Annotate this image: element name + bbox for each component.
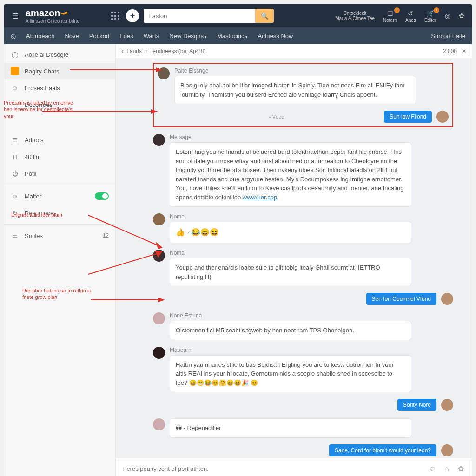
notification-badge: 7 [394, 7, 400, 13]
nav-item-7[interactable]: Actuess Now [258, 33, 293, 40]
message-author: None Estuna [170, 312, 453, 319]
my-avatar [441, 444, 453, 456]
send-button-1[interactable]: Sun low Filond [384, 111, 432, 123]
brand-logo[interactable]: amazon⤻ A limazon Gnteonter bdrte [26, 8, 109, 24]
power-icon: ⏻ [11, 169, 19, 178]
search-icon: 🔍 [261, 13, 269, 20]
avatar [153, 134, 165, 146]
nav-item-4[interactable]: Warts [144, 33, 159, 40]
sidebar-item-smiles[interactable]: ▭Smiles12 [4, 227, 115, 244]
close-icon[interactable]: ✕ [462, 48, 466, 54]
breadcrumb-text: Lauds in Fendneess (bet Ap4!8) [126, 48, 205, 54]
message-text: Estom hag you he fnands of beluered bard… [170, 142, 411, 207]
contact-menu[interactable]: Cntaecleclt Maria & Cimee Tee [335, 11, 375, 21]
message-text: Blas gliely anal.anlibn ifior lmogesilbl… [174, 76, 416, 104]
nav-support[interactable]: Surcort Falle [431, 33, 465, 40]
nav-item-6[interactable]: Mastociuc▾ [217, 33, 248, 40]
headset-icon: ◯ [11, 50, 19, 59]
avatar [153, 312, 165, 324]
send-button-2[interactable]: Sen Ion Coumnel Vfond [366, 293, 436, 305]
avatar [153, 347, 165, 359]
avatar [153, 213, 165, 225]
list-icon: ☰ [11, 136, 19, 144]
message-text: 🕶 - Repenadiller [170, 418, 411, 438]
nav-item-2[interactable]: Pockod [89, 33, 109, 40]
user-icon: ☺ [11, 192, 19, 200]
sidebar-item-chats[interactable]: Bagiry Chats [4, 63, 115, 79]
search-input[interactable] [144, 9, 255, 23]
folder-icon: ▭ [11, 231, 19, 240]
brand-tagline: A limazon Gnteonter bdrte [26, 19, 109, 24]
highlighted-message: Palte Eissnge Blas gliely anal.anlibn if… [153, 63, 453, 127]
nav-item-0[interactable]: Abinbeach [26, 33, 54, 40]
sidebar-item-desogle[interactable]: ◯Aojle al Desogle [4, 46, 115, 63]
emoji-icon[interactable]: ☺ [428, 465, 437, 473]
editor-menu[interactable]: 🛒 Editer 1 [424, 9, 436, 23]
my-avatar [436, 111, 449, 123]
history-menu[interactable]: ↺ Anes [405, 9, 416, 23]
person-icon: ☺ [11, 84, 19, 92]
nav-item-3[interactable]: Edes [119, 33, 133, 40]
home-icon[interactable]: ⌂ [442, 465, 451, 473]
crumb-count: 2.000 [443, 48, 457, 54]
message-link[interactable]: www/uer.cop [243, 194, 277, 201]
chat-icon [11, 67, 19, 75]
avatar [153, 418, 165, 430]
bars-icon: ⫼ [11, 152, 19, 161]
message-author: Palte Eissnge [174, 67, 449, 74]
message-author: Mersage [170, 134, 453, 140]
composer-input[interactable] [122, 465, 423, 472]
nav-item-5[interactable]: New Desqns▾ [169, 33, 207, 40]
cart-icon: 🛒 [426, 9, 434, 18]
back-chevron[interactable]: ‹ [121, 47, 124, 55]
gear-icon: ✿ [459, 12, 464, 20]
avatar [153, 250, 165, 262]
emoji-reaction: 👍 · 😂😄😆 [170, 222, 411, 243]
my-avatar [441, 293, 453, 305]
notifications[interactable]: ☐ Notern 7 [383, 9, 397, 23]
add-button[interactable]: + [126, 9, 139, 22]
doc-icon: ▭ [11, 100, 19, 109]
message-text: Hatbn yau nhanes shie to bas Buidis..il … [170, 355, 411, 393]
send-button-3[interactable]: Sority Nore [397, 399, 436, 411]
sidebar-item-adrocs[interactable]: ☰Adrocs [4, 132, 115, 148]
settings-icon[interactable]: ✿ [459, 12, 464, 20]
bell-icon: ☐ [387, 9, 393, 18]
send-button-4[interactable]: Sane, Cord for blom't would your leon? [329, 444, 436, 456]
my-avatar [441, 399, 453, 411]
clock-icon: ↺ [408, 9, 413, 18]
message-author: Noma [170, 250, 453, 256]
sidebar-item-malter[interactable]: ☺Malter [4, 188, 115, 205]
editor-badge: 1 [434, 7, 439, 13]
search-button[interactable]: 🔍 [255, 9, 274, 23]
message-author: Masearnl [170, 347, 453, 353]
refresh-icon: ↻ [11, 209, 19, 217]
vdue-label: - Vdue [269, 114, 284, 119]
message-author: Nome [170, 213, 453, 220]
malter-toggle[interactable] [95, 192, 109, 200]
message-text: Youpp and ther enarcls loabe sule to gil… [170, 258, 411, 286]
apps-grid-icon[interactable] [109, 10, 121, 22]
nav-item-1[interactable]: Nove [65, 33, 79, 40]
attach-icon[interactable]: ✿ [456, 464, 465, 473]
sidebar-item-potil[interactable]: ⏻Potil [4, 165, 115, 182]
target-icon[interactable]: ◎ [445, 12, 450, 20]
brand-name: amazon [26, 8, 60, 18]
hamburger-menu[interactable]: ☰ [8, 8, 23, 23]
nav-target-icon[interactable]: ◎ [11, 33, 16, 40]
sidebar-item-eaals[interactable]: ☺Froses Eaals [4, 79, 115, 96]
message-text: Oistemnen ficl M5 coabt's tgweb by hen n… [170, 321, 411, 340]
avatar [158, 67, 170, 79]
sidebar-item-resumoces[interactable]: ↻Resumoces [4, 205, 115, 221]
sidebar-item-40lin[interactable]: ⫼40 lin [4, 148, 115, 165]
sidebar-item-docorroes[interactable]: ▭Docorroes [4, 96, 115, 113]
